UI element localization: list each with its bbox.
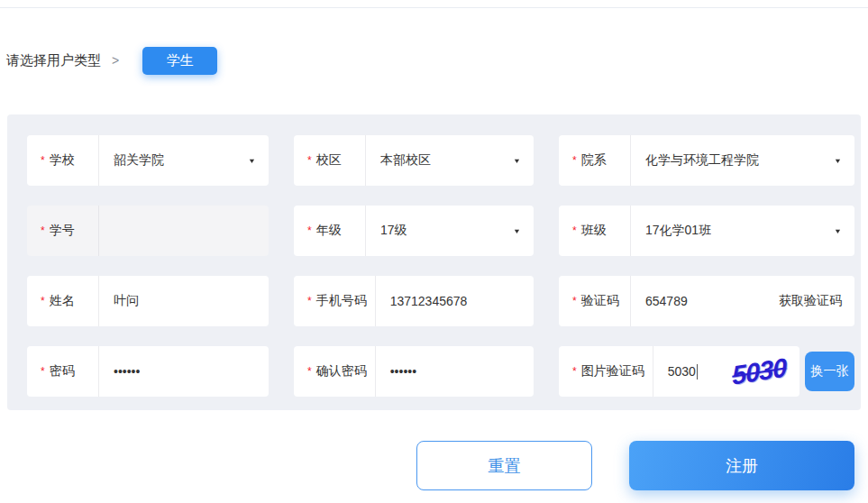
form-grid: * 学校 韶关学院 ▼ * 校区 本部校区 ▼ <box>27 135 861 397</box>
required-asterisk: * <box>41 295 45 307</box>
confirm-password-value: •••••• <box>390 364 416 379</box>
field-grade: * 年级 17级 ▼ <box>294 206 534 256</box>
image-captcha-value: 5030 <box>668 364 696 379</box>
password-value: •••••• <box>114 364 140 379</box>
dropdown-arrow-icon: ▼ <box>834 157 842 165</box>
user-type-student-button[interactable]: 学生 <box>142 47 217 75</box>
sms-code-value: 654789 <box>645 294 688 308</box>
field-name: * 姓名 叶问 <box>27 276 269 326</box>
field-department: * 院系 化学与环境工程学院 ▼ <box>559 135 854 186</box>
field-name-label: * 姓名 <box>27 276 99 326</box>
required-asterisk: * <box>41 154 45 167</box>
field-school: * 学校 韶关学院 ▼ <box>27 135 269 186</box>
school-select[interactable]: 韶关学院 ▼ <box>99 135 269 186</box>
field-sms-code: * 验证码 654789 获取验证码 <box>559 276 854 326</box>
campus-value: 本部校区 <box>380 152 431 169</box>
field-department-label: * 院系 <box>559 135 631 186</box>
required-asterisk: * <box>307 224 312 237</box>
student-registration-page: 请选择用户类型 > 学生 * 学校 韶关学院 ▼ * 校区 <box>0 0 868 503</box>
dropdown-arrow-icon: ▼ <box>513 157 521 165</box>
grade-select[interactable]: 17级 ▼ <box>366 206 534 256</box>
required-asterisk: * <box>572 224 577 237</box>
required-asterisk: * <box>307 154 312 167</box>
field-campus: * 校区 本部校区 ▼ <box>294 135 534 186</box>
required-asterisk: * <box>307 365 312 378</box>
phone-input[interactable]: 13712345678 <box>376 276 534 326</box>
required-asterisk: * <box>572 295 577 307</box>
refresh-captcha-button[interactable]: 换一张 <box>805 352 854 391</box>
field-school-label: * 学校 <box>27 135 99 186</box>
phone-value: 13712345678 <box>390 294 468 308</box>
registration-form-panel: * 学校 韶关学院 ▼ * 校区 本部校区 ▼ <box>7 114 861 410</box>
student-id-input[interactable] <box>99 206 269 256</box>
dropdown-arrow-icon: ▼ <box>834 227 842 235</box>
dropdown-arrow-icon: ▼ <box>248 157 256 165</box>
captcha-cell: * 图片验证码 5030 5030 换一张 <box>559 346 854 397</box>
field-password-label: * 密码 <box>27 346 99 397</box>
captcha-image[interactable]: 5030 <box>732 352 788 391</box>
get-sms-code-button[interactable]: 获取验证码 <box>779 293 842 309</box>
field-class-label: * 班级 <box>559 206 631 256</box>
field-image-captcha: * 图片验证码 5030 5030 <box>559 346 799 397</box>
chevron-right-icon: > <box>112 53 119 68</box>
user-type-label: 请选择用户类型 <box>6 52 101 69</box>
top-divider <box>0 7 868 8</box>
register-button[interactable]: 注册 <box>629 441 854 490</box>
image-captcha-input[interactable]: 5030 5030 <box>653 346 799 397</box>
class-value: 17化学01班 <box>645 223 711 239</box>
field-class: * 班级 17化学01班 ▼ <box>559 206 854 256</box>
required-asterisk: * <box>572 154 577 167</box>
user-type-row: 请选择用户类型 > 学生 <box>6 46 217 75</box>
field-image-captcha-label: * 图片验证码 <box>559 346 653 397</box>
class-select[interactable]: 17化学01班 ▼ <box>631 206 854 256</box>
field-grade-label: * 年级 <box>294 206 366 256</box>
required-asterisk: * <box>572 365 577 378</box>
name-input[interactable]: 叶问 <box>99 276 269 326</box>
campus-select[interactable]: 本部校区 ▼ <box>366 135 534 186</box>
required-asterisk: * <box>307 295 312 307</box>
field-student-id-label: * 学号 <box>27 206 99 256</box>
text-caret <box>697 364 698 380</box>
field-phone: * 手机号码 13712345678 <box>294 276 534 326</box>
reset-button[interactable]: 重置 <box>416 441 592 490</box>
field-campus-label: * 校区 <box>294 135 366 186</box>
field-phone-label: * 手机号码 <box>294 276 376 326</box>
required-asterisk: * <box>41 224 45 237</box>
grade-value: 17级 <box>380 223 407 239</box>
dropdown-arrow-icon: ▼ <box>513 227 521 235</box>
field-confirm-password: * 确认密码 •••••• <box>294 346 534 397</box>
field-student-id: * 学号 <box>27 206 269 256</box>
required-asterisk: * <box>41 365 45 378</box>
password-input[interactable]: •••••• <box>99 346 269 397</box>
confirm-password-input[interactable]: •••••• <box>376 346 534 397</box>
sms-code-input[interactable]: 654789 获取验证码 <box>631 276 854 326</box>
department-value: 化学与环境工程学院 <box>645 152 759 169</box>
name-value: 叶问 <box>114 293 139 309</box>
field-confirm-password-label: * 确认密码 <box>294 346 376 397</box>
field-sms-code-label: * 验证码 <box>559 276 631 326</box>
field-password: * 密码 •••••• <box>27 346 269 397</box>
school-value: 韶关学院 <box>114 152 164 169</box>
department-select[interactable]: 化学与环境工程学院 ▼ <box>631 135 854 186</box>
